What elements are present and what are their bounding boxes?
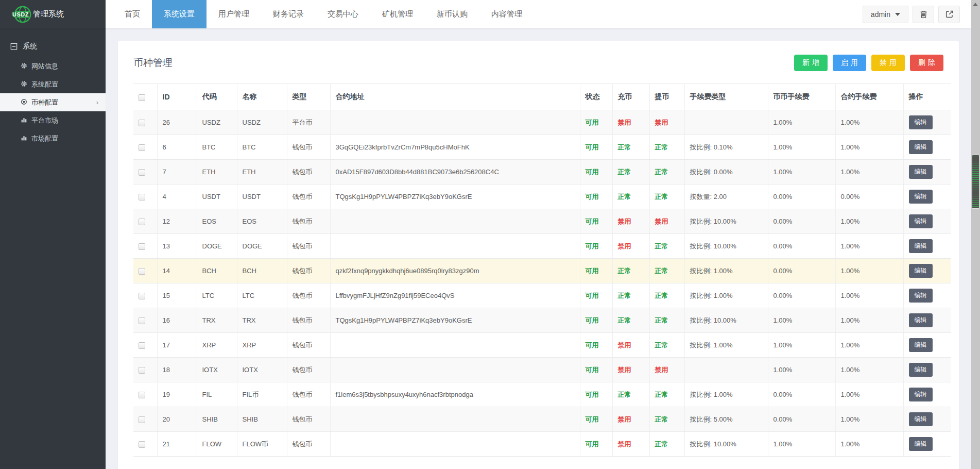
chart-icon bbox=[21, 135, 27, 143]
edit-button[interactable]: 编辑 bbox=[909, 165, 933, 179]
sidebar-item-4[interactable]: 市场配置 bbox=[0, 129, 106, 147]
row-checkbox[interactable] bbox=[139, 293, 145, 299]
page-title: 币种管理 bbox=[133, 56, 173, 70]
table-row: 17XRPXRP钱包币可用禁用正常按比例: 1.00%1.00%1.00%编辑 bbox=[133, 333, 951, 358]
brand-logo[interactable]: USDZ 管理系统 bbox=[0, 0, 106, 28]
row-checkbox[interactable] bbox=[139, 416, 145, 423]
action-buttons: 新增启用禁用删除 bbox=[794, 55, 943, 71]
table-row: 14BCHBCH钱包币qzkf2fxnq9pnygkkdhqhj6ue0895r… bbox=[133, 259, 951, 283]
edit-button[interactable]: 编辑 bbox=[909, 239, 933, 253]
scrollbar[interactable] bbox=[971, 0, 980, 469]
row-checkbox[interactable] bbox=[139, 268, 145, 275]
admin-username: admin bbox=[871, 10, 890, 19]
edit-button[interactable]: 编辑 bbox=[909, 437, 933, 451]
admin-dropdown[interactable]: admin bbox=[863, 6, 908, 23]
logout-icon bbox=[945, 10, 954, 19]
row-checkbox[interactable] bbox=[139, 120, 145, 126]
action-button-1[interactable]: 启用 bbox=[833, 55, 866, 71]
top-nav: 首页系统设置用户管理财务记录交易中心矿机管理新币认购内容管理 bbox=[113, 0, 534, 28]
trash-button[interactable] bbox=[913, 6, 934, 23]
row-checkbox[interactable] bbox=[139, 219, 145, 225]
col-header-11: 操作 bbox=[903, 84, 951, 110]
trash-icon bbox=[919, 10, 928, 19]
row-checkbox[interactable] bbox=[139, 317, 145, 324]
table-row: 18IOTXIOTX钱包币可用禁用禁用1.00%1.00%编辑 bbox=[133, 358, 951, 382]
gear-icon bbox=[21, 80, 27, 89]
content-card: 币种管理 新增启用禁用删除 ID代码名称类型合约地址状态充币提币手续费类型币币手… bbox=[118, 41, 959, 469]
col-header-2: 名称 bbox=[237, 84, 287, 110]
row-checkbox[interactable] bbox=[139, 367, 145, 374]
row-checkbox[interactable] bbox=[139, 441, 145, 448]
nav-item-5[interactable]: 矿机管理 bbox=[370, 0, 425, 28]
edit-button[interactable]: 编辑 bbox=[909, 412, 933, 426]
row-checkbox[interactable] bbox=[139, 144, 145, 151]
col-header-7: 提币 bbox=[649, 84, 684, 110]
currency-table: ID代码名称类型合约地址状态充币提币手续费类型币币手续费合约手续费操作 26US… bbox=[133, 83, 951, 457]
sidebar-item-2[interactable]: 币种配置› bbox=[0, 93, 106, 111]
row-checkbox[interactable] bbox=[139, 194, 145, 200]
col-header-6: 充币 bbox=[612, 84, 649, 110]
edit-button[interactable]: 编辑 bbox=[909, 190, 933, 204]
row-checkbox[interactable] bbox=[139, 243, 145, 250]
action-button-2[interactable]: 禁用 bbox=[871, 55, 905, 71]
brand-title: 管理系统 bbox=[33, 9, 64, 19]
chevron-right-icon: › bbox=[96, 98, 98, 106]
edit-button[interactable]: 编辑 bbox=[909, 264, 933, 278]
edit-button[interactable]: 编辑 bbox=[909, 289, 933, 303]
caret-down-icon bbox=[895, 13, 900, 16]
nav-item-1[interactable]: 系统设置 bbox=[152, 0, 207, 28]
sidebar-item-0[interactable]: 网站信息 bbox=[0, 57, 106, 75]
sidebar-item-1[interactable]: 系统配置 bbox=[0, 75, 106, 93]
table-row: 19FILFIL币钱包币f1iem6s3j5tbysbhpsuxy4uxyh6n… bbox=[133, 382, 951, 407]
sidebar-item-3[interactable]: 平台市场 bbox=[0, 111, 106, 129]
col-header-5: 状态 bbox=[580, 84, 612, 110]
col-header-3: 类型 bbox=[287, 84, 330, 110]
gear-icon bbox=[21, 62, 27, 71]
scroll-up-arrow-icon[interactable] bbox=[973, 3, 978, 6]
edit-button[interactable]: 编辑 bbox=[909, 388, 933, 401]
nav-item-3[interactable]: 财务记录 bbox=[261, 0, 316, 28]
main-content: 币种管理 新增启用禁用删除 ID代码名称类型合约地址状态充币提币手续费类型币币手… bbox=[106, 28, 971, 469]
table-row: 4USDTUSDT钱包币TQgsKg1H9pPYLW4PBPZ7iKq3ebY9… bbox=[133, 185, 951, 209]
table-row: 26USDZUSDZ平台币可用禁用禁用1.00%1.00%编辑 bbox=[133, 110, 951, 135]
edit-button[interactable]: 编辑 bbox=[909, 338, 933, 352]
top-bar: USDZ 管理系统 首页系统设置用户管理财务记录交易中心矿机管理新币认购内容管理… bbox=[0, 0, 971, 28]
col-header-8: 手续费类型 bbox=[684, 84, 768, 110]
edit-button[interactable]: 编辑 bbox=[909, 214, 933, 228]
row-checkbox[interactable] bbox=[139, 392, 145, 398]
action-button-3[interactable]: 删除 bbox=[910, 55, 943, 71]
nav-item-6[interactable]: 新币认购 bbox=[425, 0, 479, 28]
edit-button[interactable]: 编辑 bbox=[909, 140, 933, 154]
table-row: 12EOSEOS钱包币可用禁用禁用按比例: 10.00%0.00%1.00%编辑 bbox=[133, 209, 951, 234]
nav-item-4[interactable]: 交易中心 bbox=[316, 0, 370, 28]
nav-item-7[interactable]: 内容管理 bbox=[479, 0, 534, 28]
row-checkbox[interactable] bbox=[139, 169, 145, 176]
sidebar-group-system[interactable]: 系统 bbox=[0, 36, 106, 57]
col-header-0: ID bbox=[157, 84, 197, 110]
logout-button[interactable] bbox=[938, 6, 960, 23]
table-row: 20SHIBSHIB钱包币可用禁用正常按比例: 5.00%0.00%1.00%编… bbox=[133, 407, 951, 432]
select-all-checkbox[interactable] bbox=[139, 94, 145, 101]
table-row: 15LTCLTC钱包币LffbvygmFJLjHfZ9nZg91fij59ECe… bbox=[133, 283, 951, 308]
edit-button[interactable]: 编辑 bbox=[909, 363, 933, 377]
row-checkbox[interactable] bbox=[139, 342, 145, 349]
minus-square-icon bbox=[10, 43, 18, 50]
col-header-4: 合约地址 bbox=[330, 84, 580, 110]
brand-logo-text: USDZ bbox=[12, 11, 29, 18]
table-row: 16TRXTRX钱包币TQgsKg1H9pPYLW4PBPZ7iKq3ebY9o… bbox=[133, 308, 951, 333]
scrollbar-thumb[interactable] bbox=[972, 155, 979, 209]
table-row: 7ETHETH钱包币0xAD15F897d603D8bb44d881BC9073… bbox=[133, 160, 951, 185]
action-button-0[interactable]: 新增 bbox=[794, 55, 828, 71]
chart-icon bbox=[21, 116, 27, 125]
col-header-1: 代码 bbox=[197, 84, 237, 110]
table-row: 13DOGEDOGE钱包币可用禁用正常按比例: 10.00%0.00%1.00%… bbox=[133, 234, 951, 259]
nav-item-0[interactable]: 首页 bbox=[113, 0, 152, 28]
col-header-10: 合约手续费 bbox=[835, 84, 903, 110]
table-row: 21FLOWFLOW币钱包币可用禁用正常按比例: 10.00%1.00%1.00… bbox=[133, 432, 951, 457]
dot-icon bbox=[21, 98, 27, 107]
nav-item-2[interactable]: 用户管理 bbox=[207, 0, 261, 28]
topbar-right: admin bbox=[863, 0, 971, 28]
edit-button[interactable]: 编辑 bbox=[909, 313, 933, 327]
sidebar: 系统 网站信息系统配置币种配置›平台市场市场配置 bbox=[0, 28, 106, 469]
edit-button[interactable]: 编辑 bbox=[909, 115, 933, 129]
